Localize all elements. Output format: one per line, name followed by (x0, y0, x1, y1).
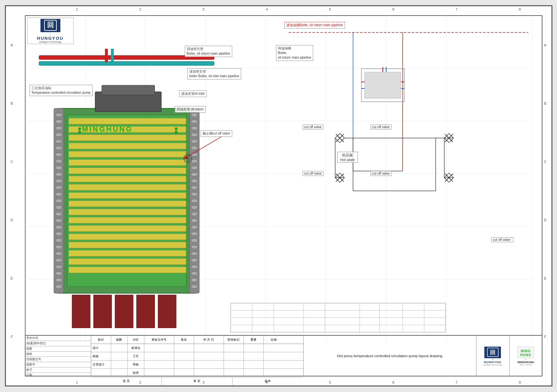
th-stage: 阶段标记 (224, 336, 244, 344)
tb-label-part-code: 零件代号 (25, 336, 91, 341)
hungyou-subtitle: Intelligent Technology (483, 364, 502, 366)
tb-title-area: Hot press temperature controlled circula… (304, 336, 542, 376)
svg-text:HUNG: HUNG (520, 353, 531, 357)
row-D: D (11, 191, 13, 249)
minghung-name: MINGHUNG (518, 361, 534, 364)
annotation-cutoff-valve: 截止阀cut off valve (201, 130, 232, 137)
tr3-wt (244, 361, 264, 368)
company-name: HUNGYOU (37, 36, 63, 41)
tr3-scale (264, 361, 284, 368)
tb-lang-cn: 寒 页 (162, 377, 233, 385)
th-mark: 标记 (91, 336, 111, 344)
company-subtitle: Intelligent Technology (39, 41, 61, 43)
tb-label-signature: 签字 (25, 367, 91, 373)
row-r-C: C (544, 133, 547, 191)
tr1-ed (111, 344, 128, 352)
th-scale: 比例 (264, 336, 284, 344)
tr4-mark (91, 369, 111, 377)
tr2-sig (174, 352, 194, 360)
svg-text:MING: MING (521, 349, 531, 353)
label-cutoff-tr: cut off valve (371, 125, 391, 130)
tb-title-text: Hot press temperature controlled circula… (304, 336, 476, 376)
tr1-change (144, 344, 174, 352)
minghung-registered: ® (525, 358, 526, 361)
row-C: C (11, 133, 13, 191)
title-block: 零件代号 供(通)用件登记 描图 描校 旧底图总号 底图号 签字 日期 标记 版… (25, 335, 542, 376)
tr2-wt (244, 352, 264, 360)
detected-cutoff-valve-label: cut off valve ' (491, 237, 514, 242)
tr1-date (194, 344, 224, 352)
annotation-pump-station: 三次加压油站 Temperature-controlled circulatio… (30, 85, 93, 96)
svg-text:回: 回 (490, 350, 495, 355)
annotation-oil-return-main-top: 进油油路Boiler, oil return main pipeline (284, 22, 345, 28)
tr4-stage (224, 369, 244, 377)
tr1-wt (244, 344, 264, 352)
col-b-5: 5 (299, 380, 362, 384)
annotation-return-branch: 回油支管 oil return (175, 106, 206, 113)
minghung-code: MAC-YJ5.013 (520, 364, 532, 366)
col-8: 8 (488, 7, 552, 11)
annotation-inlet-branch: 进油支管oil inlet (179, 90, 207, 97)
row-F: F (11, 308, 13, 366)
tr4-change (144, 369, 174, 377)
tr2-ed (111, 352, 128, 360)
tb-label-trace: 描图 (25, 346, 91, 352)
tb-version: 版本 (233, 377, 303, 385)
tb-logo-hungyou: 回 ® HUNGYOU Intelligent Technology (476, 336, 509, 376)
hungyou-name: HUNGYOU (484, 361, 501, 364)
hungyou-logo-box: 回 (484, 347, 501, 358)
tr4-wt (244, 369, 264, 377)
tb-label-trace-check: 描校 (25, 352, 91, 357)
tr3-stage (224, 361, 244, 368)
col-2: 2 (108, 7, 172, 11)
tr1-stage (224, 344, 244, 352)
tr2-stage (224, 352, 244, 360)
row-r-A: A (544, 16, 546, 74)
tr4-sig (174, 369, 194, 377)
tr3-zone: 审核 (128, 361, 144, 368)
annotation-oil-return-path: 回油油路 Boiler, oil return main pipeline (276, 45, 313, 61)
logo-registered: ® (49, 33, 51, 36)
tr1-mark: 设计 (91, 344, 111, 352)
hungyou-registered: ® (492, 358, 493, 361)
tb-lang-en: 英 页 (91, 377, 162, 385)
tr3-ed (111, 361, 128, 368)
th-edition: 版数 (111, 336, 128, 344)
tb-left-labels: 零件代号 供(通)用件登记 描图 描校 旧底图总号 底图号 签字 日期 (25, 336, 91, 376)
tr1-zone: 标准化 (128, 344, 144, 352)
tr1-scale (264, 344, 284, 352)
row-r-D: D (544, 191, 547, 249)
row-B: B (11, 74, 13, 133)
tb-middle-table: 标记 版数 分区 更改文件号 签名 年 月 日 阶段标记 重量 比例 设计 标准… (91, 336, 304, 376)
th-date: 年 月 日 (194, 336, 224, 344)
tb-label-common-use: 供(通)用件登记 (25, 341, 91, 346)
label-cutoff-bl: cut off valve (303, 171, 323, 176)
label-hotplate: 热压板 Hot plate (337, 152, 358, 163)
th-signature: 签名 (174, 336, 194, 344)
col-5: 5 (299, 7, 362, 11)
col-6: 6 (362, 7, 425, 11)
tr3-change (144, 361, 174, 368)
annotation-return-main-pipe: 回油管主管 Boiler, oil return main pipeline (185, 46, 232, 57)
th-change-file: 更改文件号 (144, 336, 174, 344)
tr2-scale (264, 352, 284, 360)
label-cutoff-br: cut off valve (371, 171, 391, 176)
tr4-date (194, 369, 224, 377)
row-r-F: F (544, 308, 546, 366)
tr3-mark: 主管设计 (91, 361, 111, 368)
tb-label-date: 日期 (25, 373, 91, 378)
tb-label-old-drawing: 旧底图总号 (25, 357, 91, 362)
tr3-sig (174, 361, 194, 368)
col-b-6: 6 (362, 380, 425, 384)
col-markers-top: 1 2 3 4 5 6 7 8 (26, 7, 552, 11)
tr4-ed (111, 369, 128, 377)
company-logo: 回 ® HUNGYOU Intelligent Technology (27, 18, 74, 44)
col-1: 1 (45, 7, 109, 11)
tr2-zone: 工艺 (128, 352, 144, 360)
inner-frame (25, 15, 542, 376)
annotation-inlet-main-pipe: 进油管主管 boiler Boiler, oil inlet main pipe… (187, 68, 242, 80)
logo-symbol: 回 (40, 19, 60, 32)
row-markers-left: A B C D E F (7, 16, 17, 366)
col-7: 7 (425, 7, 488, 11)
tr2-mark: 校核 (91, 352, 111, 360)
